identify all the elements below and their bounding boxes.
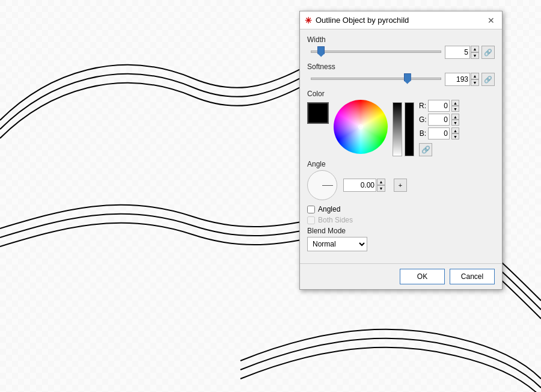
softness-section: Softness ▲ ▼ 🔗 — [307, 63, 495, 86]
r-increment-button[interactable]: ▲ — [451, 100, 459, 106]
angle-spin-buttons: ▲ ▼ — [377, 179, 385, 192]
width-slider[interactable] — [311, 46, 441, 57]
width-link-button[interactable]: 🔗 — [481, 46, 495, 59]
b-label: B: — [419, 129, 426, 138]
width-decrement-button[interactable]: ▼ — [471, 52, 479, 59]
width-spin-buttons: ▲ ▼ — [471, 46, 479, 59]
width-input[interactable] — [445, 46, 470, 59]
width-increment-button[interactable]: ▲ — [471, 46, 479, 52]
g-decrement-button[interactable]: ▼ — [451, 120, 459, 126]
angle-label: Angle — [307, 160, 495, 168]
angled-label: Angled — [318, 205, 340, 213]
g-input[interactable] — [428, 114, 450, 126]
softness-label: Softness — [307, 63, 495, 71]
r-label: R: — [419, 102, 426, 110]
blend-mode-section: Blend Mode Normal Multiply Screen Overla… — [307, 227, 495, 251]
color-preview-swatch[interactable] — [307, 102, 329, 124]
softness-spin-buttons: ▲ ▼ — [471, 73, 479, 86]
blend-mode-label: Blend Mode — [307, 227, 495, 235]
eyedrop-button[interactable]: 🔗 — [419, 143, 432, 156]
plugin-icon: ✳ — [305, 16, 312, 25]
both-sides-row: Both Sides — [307, 216, 495, 224]
dialog-footer: OK Cancel — [300, 263, 502, 289]
value-bar[interactable] — [405, 102, 414, 156]
blend-mode-select[interactable]: Normal Multiply Screen Overlay Darken Li… — [307, 237, 367, 251]
b-decrement-button[interactable]: ▼ — [451, 133, 459, 139]
angle-line — [322, 185, 333, 186]
softness-spinbox: ▲ ▼ — [445, 73, 479, 86]
angle-decrement-button[interactable]: ▼ — [377, 185, 385, 192]
width-slider-container — [311, 46, 441, 59]
gradient-bars — [393, 102, 414, 156]
angled-checkbox[interactable] — [307, 206, 315, 213]
angle-section: Angle ▲ ▼ + — [307, 160, 495, 200]
softness-input[interactable] — [445, 73, 470, 86]
color-section: Color R: — [307, 90, 495, 156]
r-decrement-button[interactable]: ▼ — [451, 106, 459, 112]
color-label: Color — [307, 90, 495, 98]
rgb-inputs: R: ▲ ▼ G: ▲ ▼ — [419, 100, 459, 156]
ok-button[interactable]: OK — [400, 269, 445, 284]
angled-row: Angled — [307, 205, 495, 213]
g-label: G: — [419, 115, 426, 124]
dialog-title: Outline Object by pyrochild — [316, 16, 409, 25]
b-increment-button[interactable]: ▲ — [451, 127, 459, 133]
angle-spinbox: ▲ ▼ — [343, 179, 385, 192]
both-sides-label: Both Sides — [318, 216, 353, 224]
width-spinbox: ▲ ▼ — [445, 46, 479, 59]
angle-increment-button[interactable]: ▲ — [377, 179, 385, 185]
softness-link-button[interactable]: 🔗 — [481, 73, 495, 86]
r-row: R: ▲ ▼ — [419, 100, 459, 112]
b-input[interactable] — [428, 127, 450, 139]
softness-slider[interactable] — [311, 73, 441, 84]
softness-slider-container — [311, 73, 441, 86]
softness-decrement-button[interactable]: ▼ — [471, 79, 479, 86]
width-row: ▲ ▼ 🔗 — [307, 46, 495, 59]
color-wheel-container — [334, 100, 388, 154]
angle-dial[interactable] — [307, 170, 337, 200]
b-spin-buttons: ▲ ▼ — [451, 127, 459, 139]
r-input[interactable] — [428, 100, 450, 112]
g-increment-button[interactable]: ▲ — [451, 114, 459, 120]
dialog-body: Width ▲ ▼ 🔗 Softness — [300, 29, 502, 263]
angle-link-button[interactable]: + — [394, 179, 407, 192]
outline-object-dialog: ✳ Outline Object by pyrochild ✕ Width ▲ … — [299, 11, 503, 290]
softness-increment-button[interactable]: ▲ — [471, 73, 479, 79]
cancel-button[interactable]: Cancel — [450, 269, 495, 284]
angle-input[interactable] — [343, 179, 376, 192]
b-row: B: ▲ ▼ — [419, 127, 459, 139]
r-spin-buttons: ▲ ▼ — [451, 100, 459, 112]
saturation-bar[interactable] — [393, 102, 402, 156]
width-section: Width ▲ ▼ 🔗 — [307, 35, 495, 59]
angle-controls: ▲ ▼ + — [307, 170, 495, 200]
both-sides-checkbox[interactable] — [307, 216, 315, 224]
g-spin-buttons: ▲ ▼ — [451, 114, 459, 126]
close-button[interactable]: ✕ — [485, 15, 497, 26]
wheel-crosshair — [358, 124, 363, 129]
g-row: G: ▲ ▼ — [419, 114, 459, 126]
dialog-titlebar: ✳ Outline Object by pyrochild ✕ — [300, 11, 502, 29]
dialog-title-left: ✳ Outline Object by pyrochild — [305, 16, 409, 25]
width-label: Width — [307, 35, 495, 44]
softness-row: ▲ ▼ 🔗 — [307, 73, 495, 86]
color-row: R: ▲ ▼ G: ▲ ▼ — [307, 100, 495, 156]
